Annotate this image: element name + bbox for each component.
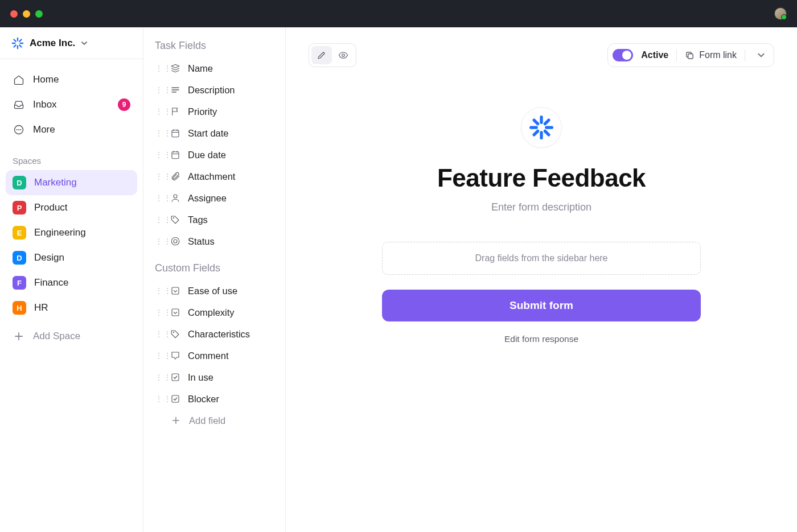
workspace-name: Acme Inc. xyxy=(30,38,75,49)
svg-point-20 xyxy=(173,332,174,333)
workspace-switcher[interactable]: Acme Inc. xyxy=(0,27,143,59)
drag-handle-icon[interactable]: ⋮⋮ xyxy=(155,215,163,224)
field-label: Ease of use xyxy=(188,286,237,296)
form-link-label: Form link xyxy=(699,50,737,60)
close-window-button[interactable] xyxy=(10,10,18,18)
space-label: Engineering xyxy=(34,227,86,238)
submit-form-button[interactable]: Submit form xyxy=(382,290,701,321)
field-label: Comment xyxy=(188,350,229,361)
space-item-finance[interactable]: FFinance xyxy=(6,270,137,295)
eye-icon xyxy=(338,50,348,60)
svg-line-29 xyxy=(534,120,538,124)
ellipsis-icon xyxy=(13,123,25,136)
nav-home[interactable]: Home xyxy=(6,67,137,92)
space-icon: P xyxy=(13,201,26,215)
svg-line-5 xyxy=(19,45,21,47)
inbox-icon xyxy=(13,98,25,111)
space-item-engineering[interactable]: EEngineering xyxy=(6,220,137,245)
svg-line-31 xyxy=(534,131,538,135)
form-active-toggle[interactable] xyxy=(613,49,633,61)
form-title[interactable]: Feature Feedback xyxy=(365,164,718,192)
task-field-status[interactable]: ⋮⋮Status xyxy=(151,230,277,252)
form-settings-bar: Active Form link xyxy=(607,43,774,67)
drag-handle-icon[interactable]: ⋮⋮ xyxy=(155,351,163,360)
stack-icon xyxy=(170,63,181,74)
svg-rect-21 xyxy=(172,374,179,381)
space-item-marketing[interactable]: DMarketing xyxy=(6,170,137,195)
maximize-window-button[interactable] xyxy=(35,10,43,18)
workspace-logo-icon xyxy=(11,37,24,50)
nav-inbox[interactable]: Inbox 9 xyxy=(6,92,137,117)
task-field-tags[interactable]: ⋮⋮Tags xyxy=(151,209,277,230)
drag-handle-icon[interactable]: ⋮⋮ xyxy=(155,286,163,295)
space-item-product[interactable]: PProduct xyxy=(6,195,137,220)
field-label: Assignee xyxy=(188,193,227,204)
select-icon xyxy=(170,285,181,296)
task-field-assignee[interactable]: ⋮⋮Assignee xyxy=(151,187,277,209)
preview-mode-button[interactable] xyxy=(333,46,354,64)
add-field-button[interactable]: ⋮⋮ Add field xyxy=(151,410,277,431)
drag-handle-icon[interactable]: ⋮⋮ xyxy=(155,329,163,339)
space-icon: H xyxy=(13,301,26,315)
space-item-hr[interactable]: HHR xyxy=(6,295,137,320)
field-label: Start date xyxy=(188,128,229,139)
space-item-design[interactable]: DDesign xyxy=(6,245,137,270)
add-space-button[interactable]: Add Space xyxy=(6,324,137,349)
divider xyxy=(745,50,745,61)
more-options-button[interactable] xyxy=(753,47,769,63)
window-titlebar xyxy=(0,0,797,27)
nav-more[interactable]: More xyxy=(6,117,137,142)
svg-line-7 xyxy=(19,39,21,41)
custom-field-complexity[interactable]: ⋮⋮Complexity xyxy=(151,302,277,323)
svg-point-16 xyxy=(171,237,179,245)
drag-handle-icon[interactable]: ⋮⋮ xyxy=(155,85,163,94)
svg-line-32 xyxy=(545,120,549,124)
form-description-placeholder[interactable]: Enter form description xyxy=(365,201,718,213)
field-label: Blocker xyxy=(188,394,219,405)
chevron-down-icon xyxy=(81,40,88,47)
drag-handle-icon[interactable]: ⋮⋮ xyxy=(155,193,163,203)
custom-field-in-use[interactable]: ⋮⋮In use xyxy=(151,366,277,388)
custom-field-characteristics[interactable]: ⋮⋮Characteristics xyxy=(151,323,277,345)
form-link-button[interactable]: Form link xyxy=(685,50,737,60)
space-label: HR xyxy=(34,302,48,314)
task-field-priority[interactable]: ⋮⋮Priority xyxy=(151,101,277,122)
form-logo[interactable] xyxy=(521,107,562,148)
task-field-attachment[interactable]: ⋮⋮Attachment xyxy=(151,166,277,187)
svg-rect-22 xyxy=(172,395,179,402)
drag-handle-icon[interactable]: ⋮⋮ xyxy=(155,308,163,317)
edit-response-link[interactable]: Edit form response xyxy=(365,334,718,344)
task-field-description[interactable]: ⋮⋮Description xyxy=(151,79,277,101)
drag-handle-icon[interactable]: ⋮⋮ xyxy=(155,373,163,382)
calendar-icon xyxy=(170,149,181,160)
custom-field-ease-of-use[interactable]: ⋮⋮Ease of use xyxy=(151,280,277,302)
drag-handle-icon[interactable]: ⋮⋮ xyxy=(155,107,163,116)
user-avatar[interactable] xyxy=(774,7,787,20)
space-label: Finance xyxy=(34,277,68,288)
field-label: In use xyxy=(188,372,213,383)
drag-handle-icon[interactable]: ⋮⋮ xyxy=(155,237,163,246)
task-field-name[interactable]: ⋮⋮Name xyxy=(151,57,277,79)
drag-handle-icon[interactable]: ⋮⋮ xyxy=(155,394,163,403)
svg-point-9 xyxy=(17,129,18,130)
nav-inbox-label: Inbox xyxy=(33,99,57,110)
field-label: Characteristics xyxy=(188,329,250,340)
copy-icon xyxy=(685,51,695,60)
task-field-due-date[interactable]: ⋮⋮Due date xyxy=(151,144,277,166)
drag-handle-icon[interactable]: ⋮⋮ xyxy=(155,129,163,138)
chevron-down-icon xyxy=(757,51,765,59)
task-field-start-date[interactable]: ⋮⋮Start date xyxy=(151,122,277,144)
edit-mode-button[interactable] xyxy=(311,46,332,64)
paperclip-icon xyxy=(170,171,181,182)
task-fields-heading: Task Fields xyxy=(151,38,277,57)
svg-point-11 xyxy=(20,129,21,130)
checkbox-icon xyxy=(170,393,181,405)
minimize-window-button[interactable] xyxy=(23,10,30,18)
svg-line-6 xyxy=(14,45,15,47)
custom-field-blocker[interactable]: ⋮⋮Blocker xyxy=(151,388,277,410)
drag-handle-icon[interactable]: ⋮⋮ xyxy=(155,150,163,159)
field-dropzone[interactable]: Drag fields from the sidebar here xyxy=(382,242,701,275)
drag-handle-icon[interactable]: ⋮⋮ xyxy=(155,172,163,181)
custom-field-comment[interactable]: ⋮⋮Comment xyxy=(151,345,277,366)
drag-handle-icon[interactable]: ⋮⋮ xyxy=(155,64,163,73)
